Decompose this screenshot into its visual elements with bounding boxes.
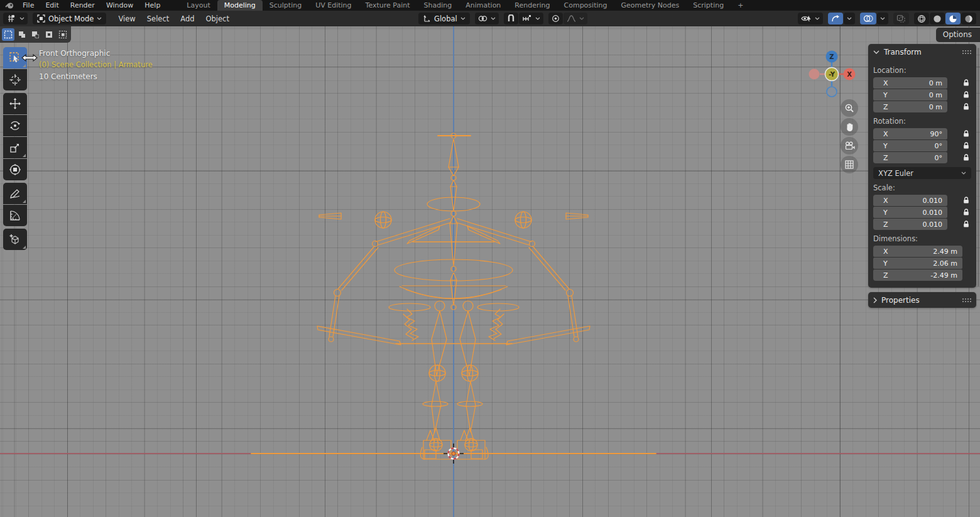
lock-location-y-icon[interactable] xyxy=(961,91,971,99)
lock-scale-z-icon[interactable] xyxy=(961,220,971,228)
tool-annotate[interactable] xyxy=(3,183,27,204)
toggle-ortho-button[interactable] xyxy=(841,156,858,173)
location-z-field[interactable]: Z 0 m xyxy=(873,101,947,112)
dimensions-z-field[interactable]: Z -2.49 m xyxy=(873,269,962,281)
tab-animation[interactable]: Animation xyxy=(459,0,508,11)
tab-modeling[interactable]: Modeling xyxy=(217,0,263,11)
navigation-gizmo[interactable]: Z X -Y xyxy=(807,49,857,99)
lock-scale-x-icon[interactable] xyxy=(961,197,971,204)
menu-object[interactable]: Object xyxy=(200,14,235,23)
axis-label: Z xyxy=(883,103,888,111)
overlays-dropdown[interactable] xyxy=(877,13,888,24)
select-mode-set[interactable] xyxy=(2,28,14,41)
rotation-z-field[interactable]: Z 0° xyxy=(873,152,947,163)
location-y-field[interactable]: Y 0 m xyxy=(873,89,947,101)
lock-location-x-icon[interactable] xyxy=(961,79,971,87)
menu-view[interactable]: View xyxy=(112,14,141,23)
tab-layout[interactable]: Layout xyxy=(180,0,217,11)
overlays-toggle[interactable] xyxy=(860,13,876,24)
xray-toggle[interactable] xyxy=(893,13,909,24)
scale-x-field[interactable]: X 0.010 xyxy=(873,195,947,206)
properties-panel[interactable]: Properties xyxy=(868,292,976,308)
panel-grip-handle[interactable] xyxy=(962,298,971,303)
scale-z-field[interactable]: Z 0.010 xyxy=(873,219,947,230)
chevron-down-icon xyxy=(460,17,466,20)
tab-geometry-nodes[interactable]: Geometry Nodes xyxy=(614,0,686,11)
snap-increment-icon xyxy=(522,14,532,23)
pivot-point-dropdown[interactable] xyxy=(475,13,499,24)
camera-view-button[interactable] xyxy=(841,137,858,155)
rotation-x-field[interactable]: X 90° xyxy=(873,128,947,139)
shading-material-button[interactable] xyxy=(945,13,961,24)
tool-transform[interactable] xyxy=(3,159,27,180)
menu-render[interactable]: Render xyxy=(65,0,101,11)
gizmo-x-negative[interactable] xyxy=(809,69,820,80)
tab-rendering[interactable]: Rendering xyxy=(508,0,557,11)
sidebar-scrollbar[interactable] xyxy=(977,48,979,286)
blender-logo-icon[interactable] xyxy=(5,1,14,9)
armature-object[interactable] xyxy=(248,126,663,477)
select-mode-extend[interactable] xyxy=(16,28,28,41)
select-mode-subtract[interactable] xyxy=(30,28,42,41)
gizmo-z-axis[interactable]: Z xyxy=(826,51,838,63)
editor-type-button[interactable] xyxy=(3,13,28,24)
lock-rotation-x-icon[interactable] xyxy=(961,130,971,138)
tool-move[interactable] xyxy=(3,93,27,114)
location-x-field[interactable]: X 0 m xyxy=(873,77,947,89)
shading-wireframe-button[interactable] xyxy=(914,13,929,24)
lock-rotation-y-icon[interactable] xyxy=(961,142,971,150)
add-workspace-button[interactable]: + xyxy=(731,0,750,11)
gizmos-toggle[interactable] xyxy=(828,13,843,24)
tab-sculpting[interactable]: Sculpting xyxy=(263,0,308,11)
gizmo-z-negative[interactable] xyxy=(827,87,837,97)
zoom-button[interactable] xyxy=(841,99,858,117)
transform-panel-header[interactable]: Transform xyxy=(868,44,976,60)
rotation-y-field[interactable]: Y 0° xyxy=(873,140,947,151)
axis-value: 0° xyxy=(935,154,943,162)
select-mode-intersect[interactable] xyxy=(57,28,69,41)
dimensions-y-field[interactable]: Y 2.06 m xyxy=(873,258,962,269)
shading-solid-button[interactable] xyxy=(930,13,945,24)
axis-label: Z xyxy=(883,154,888,162)
tab-texture-paint[interactable]: Texture Paint xyxy=(359,0,417,11)
tab-compositing[interactable]: Compositing xyxy=(557,0,614,11)
tool-scale[interactable] xyxy=(3,137,27,158)
snap-toggle-button[interactable] xyxy=(504,13,518,24)
gizmos-dropdown[interactable] xyxy=(844,13,855,24)
select-mode-invert[interactable] xyxy=(43,28,55,41)
pan-button[interactable] xyxy=(841,118,858,136)
3d-viewport[interactable]: Options xyxy=(0,26,980,517)
panel-grip-handle[interactable] xyxy=(962,50,971,55)
menu-edit[interactable]: Edit xyxy=(40,0,64,11)
orientation-dropdown[interactable]: Global xyxy=(418,13,470,24)
tool-options-button[interactable]: Options xyxy=(936,28,980,42)
tool-add-primitive[interactable] xyxy=(3,229,27,250)
menu-help[interactable]: Help xyxy=(139,0,166,11)
dimensions-x-field[interactable]: X 2.49 m xyxy=(873,246,962,257)
lock-scale-y-icon[interactable] xyxy=(961,209,971,216)
tool-measure[interactable] xyxy=(3,205,27,226)
menu-file[interactable]: File xyxy=(17,0,40,11)
proportional-edit-toggle[interactable] xyxy=(548,13,563,24)
gizmo-x-axis[interactable]: X xyxy=(844,68,856,80)
proportional-falloff-dropdown[interactable] xyxy=(564,13,587,24)
tab-shading[interactable]: Shading xyxy=(417,0,459,11)
tab-scripting[interactable]: Scripting xyxy=(686,0,731,11)
menu-window[interactable]: Window xyxy=(101,0,139,11)
rotation-mode-dropdown[interactable]: XYZ Euler xyxy=(873,167,971,179)
menu-select[interactable]: Select xyxy=(141,14,175,23)
lock-rotation-z-icon[interactable] xyxy=(961,154,971,161)
lock-location-z-icon[interactable] xyxy=(961,103,971,111)
tool-cursor[interactable] xyxy=(3,69,27,90)
tool-rotate[interactable] xyxy=(3,115,27,136)
rendered-sphere-icon xyxy=(964,14,973,23)
tab-uv-editing[interactable]: UV Editing xyxy=(308,0,358,11)
visibility-dropdown[interactable] xyxy=(798,13,823,24)
shading-rendered-button[interactable] xyxy=(961,13,976,24)
display-tools-group xyxy=(798,13,976,24)
scale-y-field[interactable]: Y 0.010 xyxy=(873,207,947,218)
mode-dropdown[interactable]: Object Mode xyxy=(33,13,106,24)
menu-add[interactable]: Add xyxy=(175,14,200,23)
gizmo-y-negative[interactable]: -Y xyxy=(825,68,839,81)
snap-settings-dropdown[interactable] xyxy=(519,13,543,24)
